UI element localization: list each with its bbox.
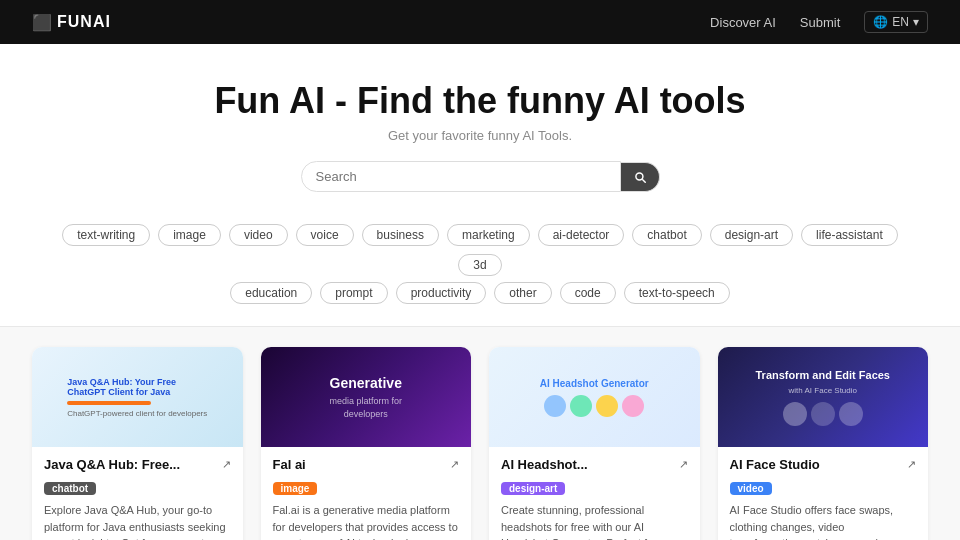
tag-code[interactable]: code bbox=[560, 282, 616, 304]
tag-text-writing[interactable]: text-writing bbox=[62, 224, 150, 246]
search-bar bbox=[290, 161, 670, 192]
card-tag: design-art bbox=[501, 482, 565, 495]
tag-design-art[interactable]: design-art bbox=[710, 224, 793, 246]
search-icon bbox=[633, 170, 647, 184]
tag-video[interactable]: video bbox=[229, 224, 288, 246]
tag-prompt[interactable]: prompt bbox=[320, 282, 387, 304]
card-ai-headshot[interactable]: AI Headshot Generator AI Headshot... ↗ d… bbox=[489, 347, 700, 540]
card-body: AI Face Studio ↗ video AI Face Studio of… bbox=[718, 447, 929, 540]
card-title: Java Q&A Hub: Free... bbox=[44, 457, 180, 472]
tag-image[interactable]: image bbox=[158, 224, 221, 246]
search-button[interactable] bbox=[621, 162, 660, 192]
external-link-icon: ↗ bbox=[450, 458, 459, 471]
flag-icon: 🌐 bbox=[873, 15, 888, 29]
tag-productivity[interactable]: productivity bbox=[396, 282, 487, 304]
card-title: AI Face Studio bbox=[730, 457, 820, 472]
navbar: ⬛ FUNAI Discover AI Submit 🌐 EN ▾ bbox=[0, 0, 960, 44]
discover-ai-link[interactable]: Discover AI bbox=[710, 15, 776, 30]
card-image-java: Java Q&A Hub: Your FreeChatGPT Client fo… bbox=[32, 347, 243, 447]
tag-ai-detector[interactable]: ai-detector bbox=[538, 224, 625, 246]
logo-text: FUNAI bbox=[57, 13, 111, 31]
hero-title: Fun AI - Find the funny AI tools bbox=[20, 80, 940, 122]
logo-icon: ⬛ bbox=[32, 13, 53, 32]
card-body: Fal ai ↗ image Fal.ai is a generative me… bbox=[261, 447, 472, 540]
card-body: AI Headshot... ↗ design-art Create stunn… bbox=[489, 447, 700, 540]
tags-row-2: education prompt productivity other code… bbox=[0, 282, 960, 304]
card-image-face: Transform and Edit Faces with AI Face St… bbox=[718, 347, 929, 447]
card-tag: chatbot bbox=[44, 482, 96, 495]
hero-section: Fun AI - Find the funny AI tools Get you… bbox=[0, 44, 960, 212]
chevron-down-icon: ▾ bbox=[913, 15, 919, 29]
card-description: Fal.ai is a generative media platform fo… bbox=[273, 502, 460, 540]
lang-label: EN bbox=[892, 15, 909, 29]
card-image-fal: Generative media platform fordevelopers bbox=[261, 347, 472, 447]
search-input[interactable] bbox=[301, 161, 621, 192]
card-fal-ai[interactable]: Generative media platform fordevelopers … bbox=[261, 347, 472, 540]
tag-marketing[interactable]: marketing bbox=[447, 224, 530, 246]
navbar-right: Discover AI Submit 🌐 EN ▾ bbox=[710, 11, 928, 33]
tag-life-assistant[interactable]: life-assistant bbox=[801, 224, 898, 246]
tags-section: text-writing image video voice business … bbox=[0, 212, 960, 326]
card-java-qa[interactable]: Java Q&A Hub: Your FreeChatGPT Client fo… bbox=[32, 347, 243, 540]
tag-business[interactable]: business bbox=[362, 224, 439, 246]
submit-link[interactable]: Submit bbox=[800, 15, 840, 30]
language-selector[interactable]: 🌐 EN ▾ bbox=[864, 11, 928, 33]
external-link-icon: ↗ bbox=[679, 458, 688, 471]
card-body: Java Q&A Hub: Free... ↗ chatbot Explore … bbox=[32, 447, 243, 540]
cards-grid: Java Q&A Hub: Your FreeChatGPT Client fo… bbox=[32, 347, 928, 540]
external-link-icon: ↗ bbox=[222, 458, 231, 471]
tag-voice[interactable]: voice bbox=[296, 224, 354, 246]
external-link-icon: ↗ bbox=[907, 458, 916, 471]
card-description: Explore Java Q&A Hub, your go-to platfor… bbox=[44, 502, 231, 540]
tag-education[interactable]: education bbox=[230, 282, 312, 304]
tags-row-1: text-writing image video voice business … bbox=[0, 224, 960, 276]
card-image-headshot: AI Headshot Generator bbox=[489, 347, 700, 447]
tag-3d[interactable]: 3d bbox=[458, 254, 501, 276]
card-ai-face-studio[interactable]: Transform and Edit Faces with AI Face St… bbox=[718, 347, 929, 540]
card-tag: video bbox=[730, 482, 772, 495]
logo[interactable]: ⬛ FUNAI bbox=[32, 13, 111, 32]
card-description: Create stunning, professional headshots … bbox=[501, 502, 688, 540]
cards-section: Java Q&A Hub: Your FreeChatGPT Client fo… bbox=[0, 327, 960, 540]
hero-subtitle: Get your favorite funny AI Tools. bbox=[20, 128, 940, 143]
card-description: AI Face Studio offers face swaps, clothi… bbox=[730, 502, 917, 540]
card-title: AI Headshot... bbox=[501, 457, 588, 472]
card-title: Fal ai bbox=[273, 457, 306, 472]
tag-other[interactable]: other bbox=[494, 282, 551, 304]
tag-chatbot[interactable]: chatbot bbox=[632, 224, 701, 246]
card-tag: image bbox=[273, 482, 318, 495]
tag-text-to-speech[interactable]: text-to-speech bbox=[624, 282, 730, 304]
